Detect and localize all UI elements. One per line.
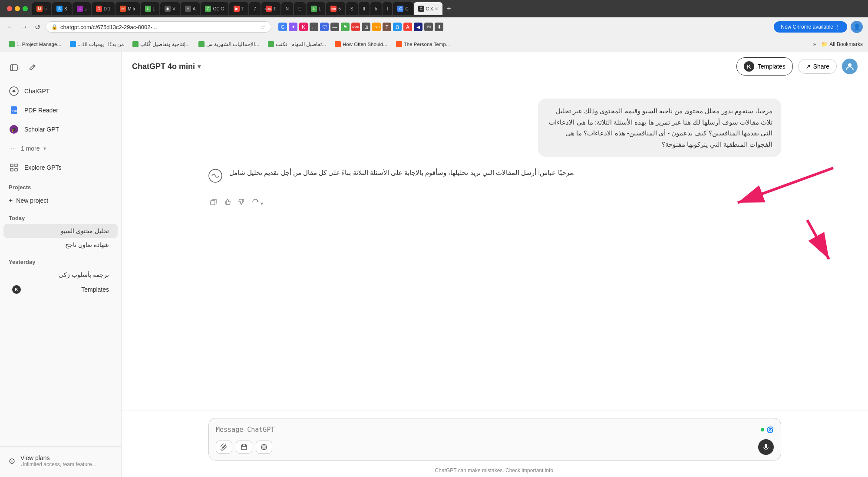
ext-flag[interactable]: ⚑ (341, 23, 350, 31)
ext-nordvpn[interactable]: 🛡 (320, 23, 329, 31)
regenerate-button[interactable]: ▾ (250, 197, 265, 209)
ellipsis-icon: ⋮ (835, 24, 840, 30)
tab-ii[interactable]: II (359, 2, 370, 15)
templates-nav-item[interactable]: K Templates (3, 282, 118, 297)
tab-gc[interactable]: G GC G (201, 2, 228, 15)
thumbs-down-button[interactable] (236, 197, 247, 209)
extensions-area: G ✦ K 🎧 🛡 — ⚑ redir ⊞ 308+ T Ω A ◀ ✉ ⬇ (278, 23, 770, 31)
tab-l[interactable]: L L (141, 2, 160, 15)
bookmarks-more-button[interactable]: » (810, 39, 820, 49)
attach-button[interactable] (216, 441, 232, 454)
ext-badge[interactable]: 308+ (372, 23, 381, 31)
tab-active[interactable]: C C X ✕ (414, 2, 443, 15)
minimize-traffic-light[interactable] (15, 6, 20, 11)
ext-left-arrow[interactable]: ◀ (414, 23, 422, 31)
view-plans-item[interactable]: ⊙ View plans Unlimited access, team feat… (3, 450, 118, 472)
back-button[interactable]: ← (5, 21, 16, 33)
tab-c1[interactable]: C C (393, 2, 413, 15)
tab-a[interactable]: A A (181, 2, 200, 15)
model-name: ChatGPT 4o mini (132, 62, 195, 71)
tab-s[interactable]: S S (52, 2, 72, 15)
bookmark-5[interactable]: تفاصيل المهام - نكتب... (264, 39, 330, 49)
address-bar[interactable]: 🔒 chatgpt.com/c/675d13c2-29ac-8002-... ☆ (46, 21, 271, 33)
ext-t2[interactable]: T (383, 23, 391, 31)
tab-e[interactable]: E (294, 2, 306, 15)
ext-more[interactable]: ⊞ (362, 23, 370, 31)
reload-button[interactable]: ↺ (33, 21, 42, 33)
bookmark-3[interactable]: إنتاجية وتفاصيل كُتّاب... (129, 39, 193, 49)
view-plans-label: View plans (20, 454, 96, 461)
model-selector[interactable]: ChatGPT 4o mini ▾ (132, 62, 201, 71)
tab-n[interactable]: N (281, 2, 293, 15)
new-project-button[interactable]: + New project (0, 193, 121, 208)
profile-avatar[interactable]: 👤 (851, 21, 863, 33)
sidebar-item-scholar-gpt[interactable]: 🎓 Scholar GPT (3, 120, 118, 139)
yesterday-label: Yesterday (0, 252, 121, 268)
ext-redir[interactable]: redir (351, 23, 360, 31)
sidebar-toggle-button[interactable] (7, 61, 21, 75)
sidebar-item-pdf-reader[interactable]: PDF PDF Reader (3, 101, 118, 120)
tab-v[interactable]: ◉ V (160, 2, 180, 15)
copy-icon-button[interactable] (208, 197, 219, 209)
header-right: K Templates ↗ Share (736, 57, 858, 76)
user-avatar[interactable] (842, 59, 858, 74)
templates-button[interactable]: K Templates (736, 57, 793, 76)
bookmark-2[interactable]: ...18 من بدءًا - يوميات (66, 39, 127, 49)
bookmark-6[interactable]: How Often Should... (331, 39, 391, 49)
history-item-1[interactable]: تحليل محتوى السيو ··· (3, 224, 118, 238)
svg-rect-9 (10, 168, 13, 171)
bookmark-7-icon (396, 41, 402, 47)
tab-l2[interactable]: L L (307, 2, 326, 15)
bookmark-7[interactable]: The Persona Temp... (393, 39, 454, 49)
message-input[interactable] (216, 424, 757, 436)
sidebar-item-explore[interactable]: Explore GPTs (3, 158, 118, 177)
tab-s2[interactable]: S (346, 2, 358, 15)
history-item-3[interactable]: ترجمة بأسلوب زكي (3, 268, 118, 282)
new-chrome-button[interactable]: New Chrome available ⋮ (774, 21, 847, 33)
ext-a[interactable]: A (403, 23, 412, 31)
more-icon: ··· (9, 143, 19, 154)
share-button[interactable]: ↗ Share (798, 59, 837, 74)
bookmark-star-icon[interactable]: ☆ (260, 23, 266, 30)
ext-dash[interactable]: — (330, 23, 339, 31)
history-item-2[interactable]: شهادة تعاون ناجح (3, 238, 118, 252)
view-plans-sub: Unlimited access, team feature... (20, 461, 96, 467)
tab-cxl[interactable]: CXL T (261, 2, 281, 15)
tab-m-ir[interactable]: M M Ir (116, 2, 139, 15)
tab-d1[interactable]: D D 1 (92, 2, 115, 15)
chevron-down-icon: ▾ (43, 145, 46, 151)
input-bottom (216, 436, 774, 455)
ext-omega[interactable]: Ω (393, 23, 402, 31)
chat-area: مرحبا، ستقوم بدور محلل محتوى من ناحية ال… (122, 81, 868, 411)
new-tab-button[interactable]: + (443, 5, 454, 13)
bookmark-1[interactable]: 1. Project Manage... (5, 39, 65, 49)
sidebar-item-more[interactable]: ··· 1 more ▾ (3, 139, 118, 158)
thumbs-up-button[interactable] (222, 197, 233, 209)
ext-sparkle[interactable]: ✦ (289, 23, 297, 31)
ext-k[interactable]: K (299, 23, 308, 31)
tab-sm5[interactable]: sm 5 (326, 2, 345, 15)
ext-google-lens[interactable]: G (278, 23, 287, 31)
input-container: 🌀 (208, 418, 781, 461)
app-container: ChatGPT PDF PDF Reader 🎓 (0, 52, 868, 477)
tab-h[interactable]: h (370, 2, 382, 15)
ext-mail2[interactable]: ✉ (424, 23, 433, 31)
tab-gmail[interactable]: M Ir (32, 2, 51, 15)
mic-button[interactable] (758, 439, 774, 455)
ext-download[interactable]: ⬇ (435, 23, 443, 31)
ext-headphone[interactable]: 🎧 (310, 23, 318, 31)
new-chat-button[interactable] (26, 61, 40, 75)
tab-i[interactable]: I (383, 2, 393, 15)
tab-7[interactable]: 7 (249, 2, 261, 15)
tab-da[interactable]: دَ دَ (73, 2, 91, 15)
all-bookmarks-button[interactable]: 📁 All Bookmarks (821, 41, 863, 47)
globe-button[interactable] (256, 441, 272, 454)
sidebar-item-chatgpt[interactable]: ChatGPT (3, 82, 118, 101)
tab-t1[interactable]: ▶ T (229, 2, 248, 15)
fullscreen-traffic-light[interactable] (23, 6, 28, 11)
calendar-button[interactable] (236, 441, 252, 454)
bookmark-4[interactable]: الإجماليات الشهرية س... (195, 39, 263, 49)
forward-button[interactable]: → (19, 21, 30, 33)
close-traffic-light[interactable] (7, 6, 12, 11)
assistant-message-container: .مرحبًا عباس! أرسل المقالات التي تريد تح… (208, 167, 781, 183)
